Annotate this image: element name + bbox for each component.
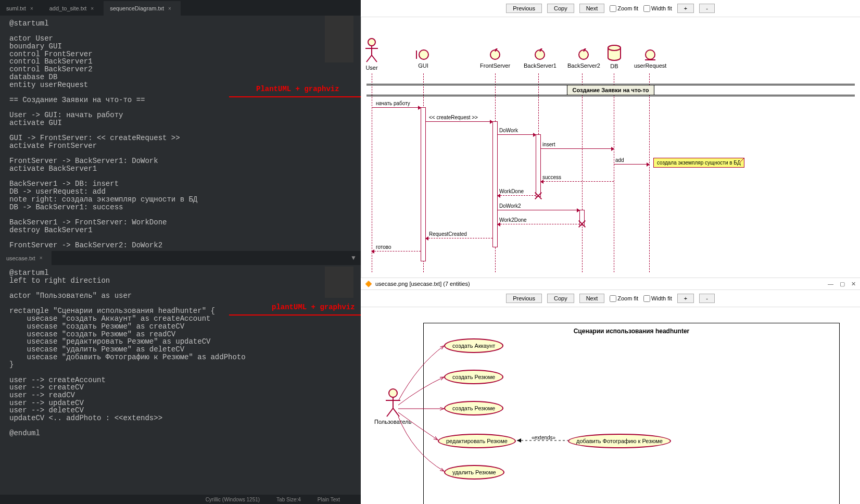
- editor-panel: suml.txt× add_to_site.txt× sequenceDiagr…: [0, 0, 361, 504]
- zoom-fit-checkbox[interactable]: Zoom fit: [610, 295, 638, 302]
- copy-button[interactable]: Copy: [547, 294, 574, 303]
- close-icon[interactable]: ×: [40, 255, 43, 261]
- tab-label: add_to_site.txt: [49, 5, 87, 11]
- zoom-in-button[interactable]: +: [677, 4, 694, 13]
- tab-addtosite[interactable]: add_to_site.txt×: [43, 1, 104, 16]
- tabs-middle: usecase.txt× ▼: [0, 251, 361, 265]
- tab-label: usecase.txt: [6, 255, 35, 261]
- msg-label: DoWork: [499, 128, 518, 133]
- width-fit-input[interactable]: [643, 295, 650, 302]
- tab-label: sequenceDiagram.txt: [110, 5, 164, 11]
- svg-point-0: [368, 39, 375, 46]
- label: BackServer2: [567, 62, 600, 69]
- editor-usecase[interactable]: @startuml left to right direction actor …: [0, 265, 361, 494]
- msg-label: insert: [542, 142, 555, 147]
- msg-label: начать работу: [376, 100, 410, 106]
- statusbar: Cyrillic (Windows 1251) Tab Size:4 Plain…: [0, 495, 361, 504]
- sequence-diagram: User GUI FrontServer BackServer1 BackSer…: [361, 17, 860, 278]
- chevron-down-icon[interactable]: ▼: [350, 254, 357, 261]
- zoom-fit-checkbox[interactable]: Zoom fit: [610, 5, 638, 12]
- status-encoding[interactable]: Cyrillic (Windows 1251): [206, 497, 260, 502]
- previous-button[interactable]: Previous: [506, 294, 542, 303]
- participant-userrequest: userRequest: [634, 48, 666, 69]
- svg-point-14: [389, 389, 397, 397]
- close-icon[interactable]: ×: [30, 6, 33, 11]
- actor-label: Пользователь: [374, 419, 411, 425]
- zoom-out-button[interactable]: -: [699, 294, 715, 303]
- label: Width fit: [651, 295, 672, 301]
- close-icon[interactable]: ×: [91, 6, 94, 11]
- participant-frontserver: FrontServer: [480, 48, 510, 69]
- destroy-icon: [578, 220, 586, 228]
- svg-line-18: [393, 408, 399, 417]
- annotation-arrow-1: [229, 96, 370, 97]
- toolbar-top: Previous Copy Next Zoom fit Width fit + …: [361, 0, 860, 17]
- msg-label: << createRequest >>: [429, 115, 478, 120]
- tab-usecase[interactable]: usecase.txt×: [0, 251, 52, 265]
- usecase-read-cv: создать Резюме: [444, 401, 503, 415]
- svg-point-12: [646, 50, 655, 59]
- participant-user: User: [364, 38, 380, 71]
- section-title: Создание Заявки на что-то: [567, 85, 655, 95]
- tab-suml[interactable]: suml.txt×: [0, 1, 43, 16]
- destroy-icon: [535, 192, 542, 199]
- label: userRequest: [634, 62, 666, 69]
- next-button[interactable]: Next: [579, 294, 605, 303]
- editor-sequence[interactable]: @startuml actor User boundary GUI contro…: [0, 16, 361, 251]
- close-icon[interactable]: ×: [168, 6, 171, 11]
- label: BackServer1: [524, 62, 557, 69]
- label: Zoom fit: [617, 5, 638, 11]
- usecase-add-photo: добавить Фотографию к Резюме: [568, 434, 671, 448]
- tab-sequence[interactable]: sequenceDiagram.txt×: [104, 1, 181, 16]
- label: Width fit: [651, 5, 672, 11]
- window-title-bar: 🔶 usecase.png [usecase.txt] (7 entities)…: [361, 278, 860, 290]
- label: User: [364, 65, 380, 71]
- annotation-arrow-2: [229, 314, 370, 316]
- participant-backserver1: BackServer1: [524, 48, 557, 69]
- label: GUI: [415, 62, 431, 69]
- maximize-icon[interactable]: ▢: [840, 281, 845, 287]
- window-title-label: usecase.png [usecase.txt] (7 entities): [375, 281, 470, 287]
- status-tabsize[interactable]: Tab Size:4: [276, 497, 301, 502]
- width-fit-checkbox[interactable]: Width fit: [643, 295, 672, 302]
- msg-label: success: [542, 174, 561, 180]
- status-syntax[interactable]: Plain Text: [318, 497, 340, 502]
- next-button[interactable]: Next: [579, 4, 605, 13]
- zoom-out-button[interactable]: -: [699, 4, 715, 13]
- usecase-create-cv: создать Резюме: [444, 370, 503, 384]
- label: Zoom fit: [617, 295, 638, 301]
- participant-gui: GUI: [415, 48, 431, 69]
- msg-label: add: [615, 157, 624, 163]
- svg-line-4: [372, 55, 377, 62]
- copy-button[interactable]: Copy: [547, 4, 574, 13]
- label: DB: [607, 63, 622, 69]
- svg-line-17: [387, 408, 393, 417]
- svg-point-11: [608, 45, 621, 51]
- msg-label: готово: [376, 244, 391, 250]
- usecase-diagram: Пользователь Сценарии использования head…: [361, 307, 860, 504]
- usecase-delete-cv: удалить Резюме: [444, 465, 504, 480]
- participant-backserver2: BackServer2: [567, 48, 600, 69]
- msg-label: DoWork2: [499, 203, 521, 209]
- usecase-update-cv: редактировать Резюме: [438, 434, 516, 448]
- toolbar-bottom: Previous Copy Next Zoom fit Width fit + …: [361, 290, 860, 307]
- zoom-in-button[interactable]: +: [677, 294, 694, 303]
- svg-line-3: [366, 55, 372, 62]
- label: FrontServer: [480, 62, 510, 69]
- width-fit-checkbox[interactable]: Width fit: [643, 5, 672, 12]
- tabs-top: suml.txt× add_to_site.txt× sequenceDiagr…: [0, 0, 361, 16]
- minimize-icon[interactable]: —: [828, 281, 833, 287]
- width-fit-input[interactable]: [643, 5, 650, 12]
- note-box: создала экземпляр сущности в БД: [653, 158, 744, 168]
- msg-label: WorkDone: [499, 188, 524, 194]
- participant-db: DB: [607, 45, 622, 69]
- zoom-fit-input[interactable]: [610, 5, 616, 12]
- zoom-fit-input[interactable]: [610, 295, 616, 302]
- usecase-create-account: создать Аккаунт: [444, 338, 503, 353]
- close-icon[interactable]: ✕: [851, 281, 856, 287]
- annotation-plantuml-2: plantUML + graphviz: [272, 303, 355, 311]
- msg-label: RequestCreated: [429, 231, 467, 237]
- previous-button[interactable]: Previous: [506, 4, 542, 13]
- svg-point-6: [419, 50, 428, 59]
- plantuml-icon: 🔶: [365, 281, 372, 287]
